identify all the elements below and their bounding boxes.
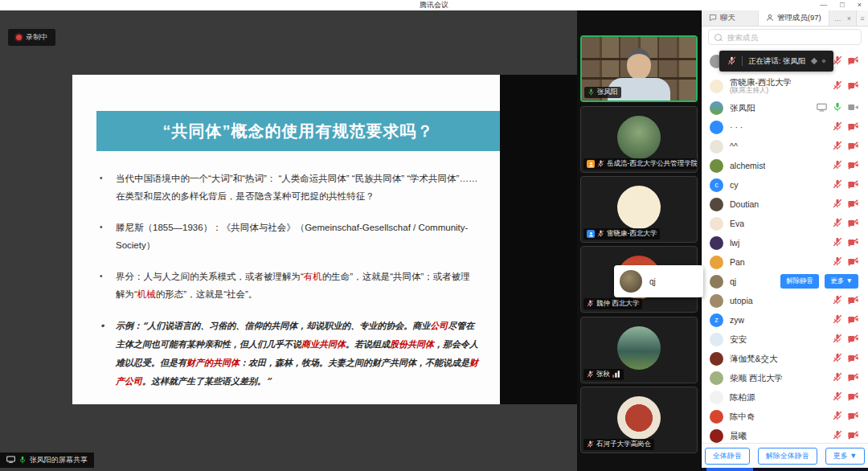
member-name: ^^: [730, 141, 738, 151]
member-names: 柴顺 西北大学: [730, 373, 783, 383]
video-tile[interactable]: 石河子大学高岗仓: [580, 387, 698, 453]
avatar: [710, 217, 723, 231]
member-names: utopia: [730, 296, 753, 305]
camera-muted-icon: [848, 139, 858, 154]
member-row[interactable]: 安安: [702, 330, 868, 349]
camera-muted-icon: [848, 428, 858, 443]
panel-menu-icon[interactable]: ≡: [856, 10, 868, 26]
member-row[interactable]: 张凤阳: [702, 98, 868, 117]
mic-muted-icon: [833, 216, 842, 231]
member-names: lwj: [730, 238, 739, 248]
member-name: Eva: [730, 219, 744, 228]
member-status-icons: [833, 390, 858, 404]
tile-participant-name: 石河子大学高岗仓: [596, 440, 651, 449]
member-status-icons: [833, 409, 858, 424]
avatar: [710, 352, 723, 366]
search-box[interactable]: [708, 29, 862, 45]
unmute-member-button[interactable]: 解除静音: [780, 274, 819, 289]
camera-muted-icon: [848, 255, 858, 269]
member-names: 晨曦: [730, 431, 747, 440]
mic-muted-icon: [587, 300, 594, 309]
member-row[interactable]: Doutian: [702, 195, 868, 214]
member-row[interactable]: ccy: [702, 175, 868, 195]
member-row[interactable]: 陈中奇: [702, 407, 868, 426]
member-row[interactable]: ^^: [702, 137, 868, 156]
member-name: 张凤阳: [730, 103, 755, 113]
member-status-icons: [833, 120, 858, 134]
audio-wave-icon: [811, 58, 817, 64]
camera-muted-icon: [848, 120, 858, 134]
member-status-icons: [833, 139, 858, 154]
member-row-speaking[interactable]: 正在讲话: 张凤阳: [702, 48, 868, 74]
monitor-icon: [6, 456, 15, 465]
member-row[interactable]: 雷晓康-西北大学(联席主持人): [702, 74, 868, 98]
mic-muted-icon: [833, 79, 842, 93]
video-tile[interactable]: 岳成浩-西北大学公共管理学院: [580, 106, 698, 173]
camera-muted-icon: [848, 216, 858, 231]
camera-muted-icon: [848, 371, 858, 385]
member-names: 安安: [730, 334, 747, 344]
member-row[interactable]: Eva: [702, 214, 868, 233]
member-row[interactable]: alchemist: [702, 156, 868, 175]
panel-more-icon[interactable]: …: [834, 14, 841, 23]
window-title: 腾讯会议: [420, 0, 448, 10]
presentation-slide: “共同体”概念的使用有规范要求吗？ 当代中国语境中的一个“大词”和“热词”： “…: [72, 75, 500, 404]
mic-on-icon: [833, 100, 842, 115]
member-name: 安安: [730, 334, 747, 344]
close-button[interactable]: ×: [858, 2, 862, 9]
video-thumbnails-column: 张凤阳岳成浩-西北大学公共管理学院雷晓康-西北大学魏仲 西北大学张秋石河子大学高…: [577, 10, 701, 471]
member-row[interactable]: lwj: [702, 233, 868, 252]
tab-members[interactable]: 管理成员(97): [758, 10, 829, 26]
member-row[interactable]: utopia: [702, 291, 868, 310]
avatar: [710, 391, 723, 404]
tab-chat[interactable]: 聊天: [702, 10, 758, 26]
slide-bullet: 界分：人与人之间的关系模式，或者被理解为“有机的生命”，这就是“共同体”；或者被…: [98, 268, 479, 303]
search-members-input[interactable]: [726, 32, 855, 43]
tile-participant-name: 雷晓康-西北大学: [607, 229, 657, 239]
camera-muted-icon: [848, 236, 858, 250]
video-tile[interactable]: 雷晓康-西北大学: [580, 176, 698, 243]
panel-close-icon[interactable]: ×: [847, 14, 851, 23]
maximize-button[interactable]: □: [840, 2, 844, 9]
network-signal-icon: [612, 371, 620, 379]
member-status-icons: [833, 313, 858, 327]
member-names: qj: [730, 276, 736, 286]
camera-muted-icon: [848, 332, 858, 346]
member-status-icons: [817, 100, 858, 115]
avatar: [710, 371, 723, 385]
member-row[interactable]: zzyw: [702, 310, 868, 330]
speaker-head: [627, 48, 651, 80]
member-status-icons: [833, 371, 858, 385]
member-row[interactable]: 陈柏源: [702, 387, 868, 407]
minimize-button[interactable]: —: [820, 2, 827, 9]
mute-all-button[interactable]: 全体静音: [705, 448, 750, 465]
member-name: utopia: [730, 296, 753, 305]
member-status-icons: [833, 216, 858, 231]
member-row[interactable]: · · ·: [702, 117, 868, 137]
tile-name-label: 岳成浩-西北大学公共管理学院: [583, 158, 698, 170]
member-status-icons: [833, 332, 858, 346]
slide-bullet: 示例：“人们说语言的、习俗的、信仰的共同体，却说职业的、专业的协会。商业公司尽管…: [98, 317, 479, 391]
slide-bullet-list: 当代中国语境中的一个“大词”和“热词”： “人类命运共同体” “民族共同体” “…: [98, 170, 479, 391]
member-more-button[interactable]: 更多 ▼: [825, 274, 858, 289]
recording-label: 录制中: [26, 32, 47, 43]
main-area: “共同体”概念的使用有规范要求吗？ 当代中国语境中的一个“大词”和“热词”： “…: [0, 10, 868, 471]
unmute-all-button[interactable]: 解除全体静音: [758, 448, 817, 465]
member-row[interactable]: qj解除静音更多 ▼: [702, 272, 868, 291]
slide-title-banner: “共同体”概念的使用有规范要求吗？: [96, 111, 500, 151]
video-tile-speaker[interactable]: 张凤阳: [580, 35, 698, 102]
member-status-icons: [833, 79, 858, 93]
avatar: [710, 198, 723, 211]
member-names: Eva: [730, 219, 744, 228]
member-names: 张凤阳: [730, 103, 755, 113]
member-status-icons: [833, 428, 858, 443]
member-row[interactable]: Pan: [702, 252, 868, 272]
member-row[interactable]: 柴顺 西北大学: [702, 368, 868, 387]
tile-participant-name: 岳成浩-西北大学公共管理学院: [607, 159, 698, 169]
video-tile[interactable]: 张秋: [580, 317, 698, 383]
title-bar: 腾讯会议 — □ ×: [0, 0, 868, 10]
footer-more-button[interactable]: 更多 ▼: [825, 448, 865, 465]
member-row[interactable]: 薄伽梵&交大: [702, 349, 868, 368]
member-row[interactable]: 晨曦: [702, 426, 868, 444]
mic-muted-icon: [833, 293, 842, 308]
